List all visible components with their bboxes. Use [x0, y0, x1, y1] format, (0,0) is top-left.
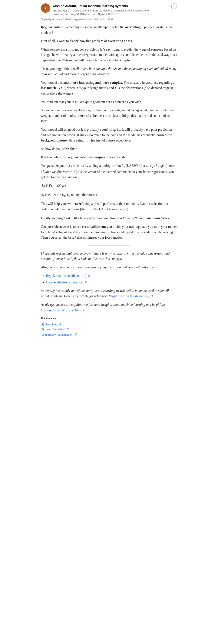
regularization-ref-link[interactable]: Regularization (mathematics) — [109, 294, 149, 298]
cross-validation-link[interactable]: Cross-validation (statistics) — [46, 280, 83, 284]
external-link-icon-1 — [88, 273, 90, 278]
footnote-ref-2[interactable]: [2] — [138, 164, 141, 166]
paragraph-norm: (N is either the L1, L2 or any other nor… — [41, 192, 177, 198]
paragraph-13: Finally you might ask: OK I have everyth… — [41, 216, 177, 221]
author-info: Yassine Alouini, I build machine learnin… — [52, 4, 171, 16]
paragraph-2: First of all, I want to clarify how this… — [41, 38, 177, 44]
external-link-icon-fn1 — [59, 322, 61, 326]
profile-link[interactable]: http://quora.com/profile/Yassine... — [41, 308, 87, 312]
paragraph-6: You find out that your result are quite … — [41, 99, 177, 105]
paragraph-1: Regularization is a technique used in an… — [41, 24, 177, 36]
footnote-ref-3[interactable]: [3] — [164, 164, 166, 166]
paragraph-8: Your model will do good but it is probab… — [41, 127, 177, 143]
footnote-2[interactable]: [2] Lasso (statistics) — [41, 328, 177, 332]
paragraph-12: This will help you avoid overfitting and… — [41, 201, 177, 212]
footnote-1[interactable]: [1] Overfitting — [41, 322, 177, 326]
paragraph-11: You penalize your loss function by addin… — [41, 163, 177, 180]
content: Regularization is a technique used in an… — [41, 24, 177, 337]
external-link-icon-fn2 — [67, 328, 69, 332]
follow-button[interactable]: + — [171, 4, 177, 9]
link-item-2: Cross-validation (statistics) — [46, 280, 177, 285]
avatar: Y — [41, 4, 50, 13]
footnote-disclaimer: * Actually this is only one of the many … — [41, 288, 177, 299]
footnote-link-2[interactable]: [2] Lasso (statistics) — [41, 328, 65, 331]
paragraph-14: One possible answer is to use cross-vali… — [41, 224, 177, 240]
footnote-link-3[interactable]: [3] Tikhonov regularization — [41, 333, 73, 336]
regularization-link[interactable]: Regularization (mathematics) — [46, 274, 86, 278]
footnote-ref-1[interactable]: [1] — [141, 25, 143, 28]
external-link-icon-3 — [151, 294, 153, 299]
link-item-1: Regularization (mathematics) — [46, 273, 177, 278]
external-link-icon-fn3 — [74, 333, 77, 337]
italic-footer-2: Also, you can read more about these topi… — [41, 264, 177, 270]
footnotes-section: Footnotes [1] Overfitting [2] Lasso (sta… — [41, 316, 177, 337]
italic-footer-1: I hope this was helpful. Let me know if … — [41, 251, 177, 262]
external-link-icon-2 — [85, 280, 87, 285]
math-equation: L(X,Y) + λN(w) — [41, 183, 177, 189]
paragraph-10: It is here where the regularization tech… — [41, 154, 177, 160]
originally-answered: Originally Answered: What is regularizat… — [41, 18, 177, 22]
paragraph-3: When someone wants to model a problem, l… — [41, 47, 177, 63]
paragraph-4: Then, you might think: well, I also have… — [41, 66, 177, 77]
paragraph-5: Your model becomes more interesting and … — [41, 80, 177, 96]
footnote-3[interactable]: [3] Tikhonov regularization — [41, 333, 177, 337]
author-meta-line1: Updated Mar 27 · Upvoted by Kiran Kannar… — [52, 9, 149, 12]
paragraph-9: So how do you solve this? — [41, 146, 177, 152]
author-meta: Updated Mar 27 · Upvoted by Kiran Kannar… — [52, 9, 171, 16]
author-name: Yassine Alouini, I build machine learnin… — [52, 4, 171, 8]
paragraph-7: So you add more variables: location, pro… — [41, 108, 177, 124]
footnote-link-1[interactable]: [1] Overfitting — [41, 322, 57, 326]
author-meta-line2: California, San Diego (2018) and Thach N… — [52, 13, 120, 16]
author-section: Y Yassine Alouini, I build machine learn… — [41, 4, 177, 16]
reference-links: Regularization (mathematics) Cross-valid… — [46, 273, 177, 285]
follow-me: As always, make sure to follow me for mo… — [41, 302, 177, 313]
footnotes-title: Footnotes — [41, 316, 177, 321]
